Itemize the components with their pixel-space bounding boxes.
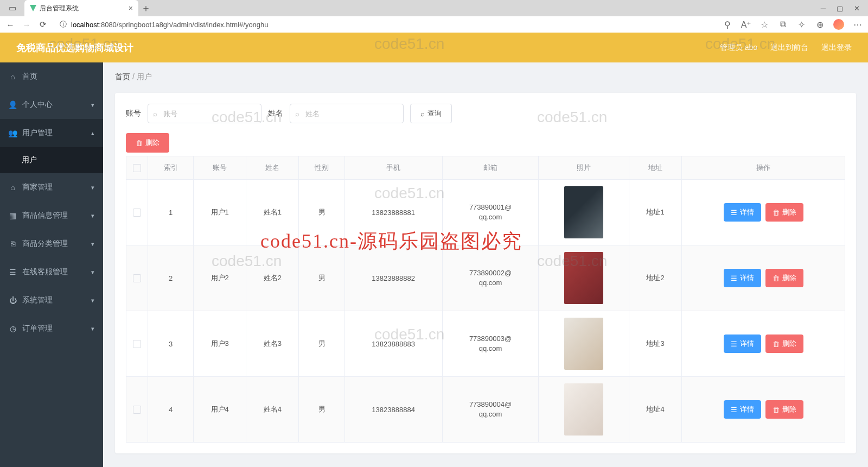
cell-email: 773890001@qq.com [442, 180, 539, 245]
home-icon: ⌂ [9, 73, 17, 81]
power-icon: ⏻ [9, 296, 17, 305]
table-row: 2用户2姓名2男13823888882773890002@qq.com地址2☰ … [126, 245, 845, 311]
breadcrumb-home[interactable]: 首页 [115, 72, 130, 81]
user-avatar [564, 383, 603, 436]
reload-icon[interactable]: ⟳ [38, 20, 48, 29]
account-input[interactable] [148, 104, 261, 123]
close-tab-icon[interactable]: × [129, 4, 133, 12]
trash-icon: 🗑 [773, 274, 780, 282]
trash-icon: 🗑 [773, 406, 780, 414]
cell-index: 1 [148, 180, 194, 245]
users-icon: 👥 [9, 129, 17, 137]
cell-address: 地址3 [629, 311, 681, 377]
select-all-checkbox[interactable] [133, 164, 141, 172]
delete-button[interactable]: 🗑 删除 [765, 203, 803, 222]
detail-button[interactable]: ☰ 详情 [724, 400, 761, 419]
row-checkbox[interactable] [133, 209, 141, 217]
collections-icon[interactable]: ✧ [796, 20, 806, 29]
cell-account: 用户3 [194, 311, 246, 377]
cell-account: 用户1 [194, 180, 246, 245]
batch-delete-button[interactable]: 🗑 删除 [126, 133, 169, 153]
minimize-icon[interactable]: ─ [821, 4, 826, 12]
clock-icon: ◷ [9, 325, 17, 333]
user-avatar [564, 252, 603, 304]
cell-gender: 男 [299, 311, 344, 377]
row-checkbox[interactable] [133, 340, 141, 348]
profile-avatar-icon[interactable] [833, 19, 844, 30]
forward-icon[interactable]: → [22, 20, 31, 29]
detail-button[interactable]: ☰ 详情 [724, 203, 761, 222]
row-checkbox[interactable] [133, 274, 141, 282]
cell-email: 773890002@qq.com [442, 245, 539, 311]
detail-icon: ☰ [731, 340, 737, 348]
search-icon: ⌕ [420, 110, 425, 118]
logout-link[interactable]: 退出登录 [821, 43, 852, 53]
query-button[interactable]: ⌕ 查询 [410, 104, 452, 123]
delete-button[interactable]: 🗑 删除 [765, 335, 803, 353]
table-row: 3用户3姓名3男13823888883773890003@qq.com地址3☰ … [126, 311, 845, 377]
sidebar-item-8[interactable]: ◷订单管理▾ [0, 314, 103, 343]
exit-to-front-link[interactable]: 退出到前台 [770, 43, 808, 53]
cell-photo [539, 245, 629, 311]
split-icon[interactable]: ⧉ [778, 20, 788, 29]
sidebar-item-label: 个人中心 [22, 100, 53, 110]
maximize-icon[interactable]: ▢ [837, 4, 843, 12]
sidebar-item-5[interactable]: ⎘商品分类管理▾ [0, 230, 103, 258]
key-icon[interactable]: ⚲ [723, 20, 732, 29]
cell-address: 地址2 [629, 245, 681, 311]
tab-list-icon[interactable]: ▭ [8, 3, 17, 13]
new-tab-button[interactable]: ＋ [138, 1, 154, 16]
cell-photo [539, 180, 629, 245]
detail-icon: ☰ [731, 406, 737, 414]
chevron-down-icon: ▾ [91, 212, 94, 219]
chevron-down-icon: ▾ [91, 297, 94, 304]
read-aloud-icon[interactable]: A⁺ [741, 20, 751, 29]
store-icon: ⌂ [9, 184, 17, 192]
address-bar[interactable]: ⓘ localhost:8080/springboot1a8gh/admin/d… [54, 20, 716, 29]
table-header: 账号 [194, 156, 246, 180]
menu-dots-icon[interactable]: ⋯ [853, 20, 863, 29]
cell-address: 地址4 [629, 377, 681, 443]
cell-name: 姓名1 [246, 180, 299, 245]
sidebar-item-7[interactable]: ⏻系统管理▾ [0, 286, 103, 314]
sidebar-item-label: 商家管理 [22, 182, 53, 192]
breadcrumb: 首页 / 用户 [115, 72, 856, 82]
table-header: 邮箱 [442, 156, 539, 180]
back-icon[interactable]: ← [5, 20, 15, 29]
cell-phone: 13823888881 [344, 180, 442, 245]
cell-gender: 男 [299, 377, 344, 443]
sidebar-item-2[interactable]: 👥用户管理▴ [0, 119, 103, 147]
detail-button[interactable]: ☰ 详情 [724, 269, 761, 287]
sidebar-item-6[interactable]: ☰在线客服管理▾ [0, 258, 103, 286]
sidebar-item-1[interactable]: 👤个人中心▾ [0, 91, 103, 119]
table-header: 索引 [148, 156, 194, 180]
delete-button[interactable]: 🗑 删除 [765, 400, 803, 419]
site-header: 免税商品优选购物商城设计 管理员 abo 退出到前台 退出登录 [0, 33, 868, 62]
sidebar-item-4[interactable]: ▦商品信息管理▾ [0, 201, 103, 230]
detail-button[interactable]: ☰ 详情 [724, 335, 761, 353]
cell-name: 姓名2 [246, 245, 299, 311]
cell-email: 773890003@qq.com [442, 311, 539, 377]
cell-index: 3 [148, 311, 194, 377]
table-header: 照片 [539, 156, 629, 180]
chevron-down-icon: ▾ [91, 184, 94, 191]
sidebar-item-3[interactable]: ⌂商家管理▾ [0, 173, 103, 201]
browser-tab[interactable]: 后台管理系统 × [24, 0, 138, 16]
sidebar-item-label: 订单管理 [22, 324, 53, 333]
tab-strip: ▭ 后台管理系统 × ＋ ─ ▢ ✕ [0, 0, 868, 16]
sidebar-item-label: 商品信息管理 [22, 211, 68, 220]
user-icon: 👤 [9, 101, 17, 109]
row-checkbox[interactable] [133, 406, 141, 414]
close-window-icon[interactable]: ✕ [854, 4, 860, 12]
sidebar-item-0[interactable]: ⌂首页 [0, 62, 103, 91]
info-icon: ⓘ [60, 20, 67, 29]
favorites-icon[interactable]: ☆ [760, 20, 769, 29]
name-input[interactable] [290, 104, 404, 123]
admin-label[interactable]: 管理员 abo [720, 43, 757, 53]
trash-icon: 🗑 [136, 139, 143, 147]
table-row: 1用户1姓名1男13823888881773890001@qq.com地址1☰ … [126, 180, 845, 245]
sidebar-subitem-user[interactable]: 用户 [0, 147, 103, 173]
delete-button[interactable]: 🗑 删除 [765, 269, 803, 287]
table-header: 地址 [629, 156, 681, 180]
extensions-icon[interactable]: ⊕ [815, 20, 825, 29]
